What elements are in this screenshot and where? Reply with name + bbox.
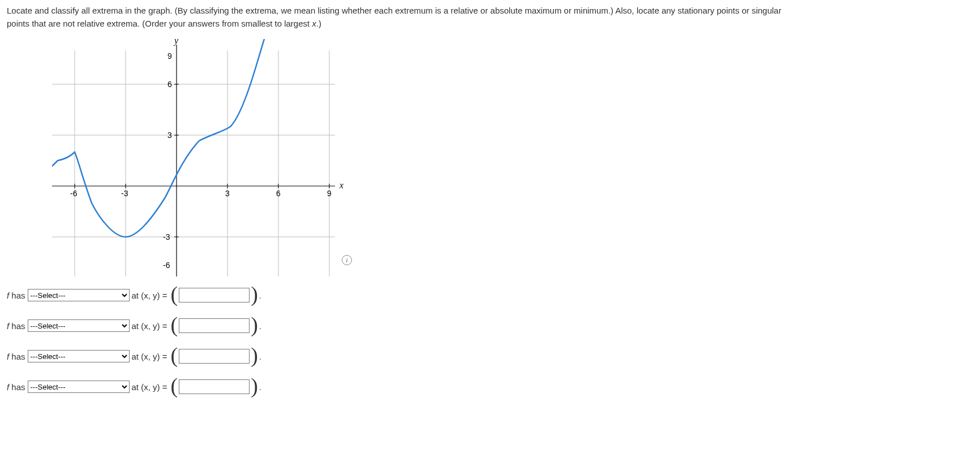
period: . [259, 321, 261, 331]
answer-row-1: f has ---Select--- at (x, y) = ( ) . [7, 288, 973, 303]
answer-row-2: f has ---Select--- at (x, y) = ( ) . [7, 318, 973, 333]
xtick-m6: -6 [70, 189, 78, 198]
point-input-1[interactable] [179, 288, 250, 303]
at-xy-label: at (x, y) = [132, 382, 167, 392]
ytick-9: 9 [167, 51, 172, 61]
at-xy-label: at (x, y) = [132, 352, 167, 361]
question-text: Locate and classify all extrema in the g… [7, 5, 973, 30]
answer-row-3: f has ---Select--- at (x, y) = ( ) . [7, 349, 973, 364]
xtick-6: 6 [276, 189, 281, 198]
question-x: x [312, 19, 316, 28]
question-line1b: points that are not relative extrema. (O… [7, 19, 312, 28]
question-line1c: .) [316, 19, 321, 28]
graph: -9 -6 -3 3 6 9 3 6 9 -3 -6 y x i [52, 39, 346, 276]
ytick-m3: -3 [163, 232, 170, 241]
point-input-2[interactable] [179, 318, 250, 333]
has-label: has [9, 291, 25, 300]
classification-select-4[interactable]: ---Select--- [28, 381, 130, 393]
at-xy-label: at (x, y) = [132, 291, 167, 300]
xtick-9: 9 [327, 189, 332, 198]
ytick-6: 6 [167, 80, 172, 89]
period: . [259, 382, 261, 392]
period: . [259, 352, 261, 361]
x-axis-label: x [339, 180, 343, 190]
point-input-3[interactable] [179, 349, 250, 364]
has-label: has [9, 382, 25, 392]
y-axis-label: y [173, 39, 179, 46]
xtick-m3: -3 [121, 189, 128, 198]
classification-select-1[interactable]: ---Select--- [28, 289, 130, 301]
point-input-4[interactable] [179, 379, 250, 394]
question-line1a: Locate and classify all extrema in the g… [7, 6, 781, 15]
period: . [259, 291, 261, 300]
has-label: has [9, 321, 25, 331]
classification-select-3[interactable]: ---Select--- [28, 350, 130, 362]
ytick-m6: -6 [163, 261, 170, 270]
xtick-3: 3 [225, 189, 230, 198]
info-icon[interactable]: i [342, 255, 352, 265]
at-xy-label: at (x, y) = [132, 321, 167, 331]
answer-row-4: f has ---Select--- at (x, y) = ( ) . [7, 379, 973, 394]
classification-select-2[interactable]: ---Select--- [28, 319, 130, 332]
curve [52, 39, 266, 237]
ytick-3: 3 [167, 131, 172, 140]
has-label: has [9, 352, 25, 361]
